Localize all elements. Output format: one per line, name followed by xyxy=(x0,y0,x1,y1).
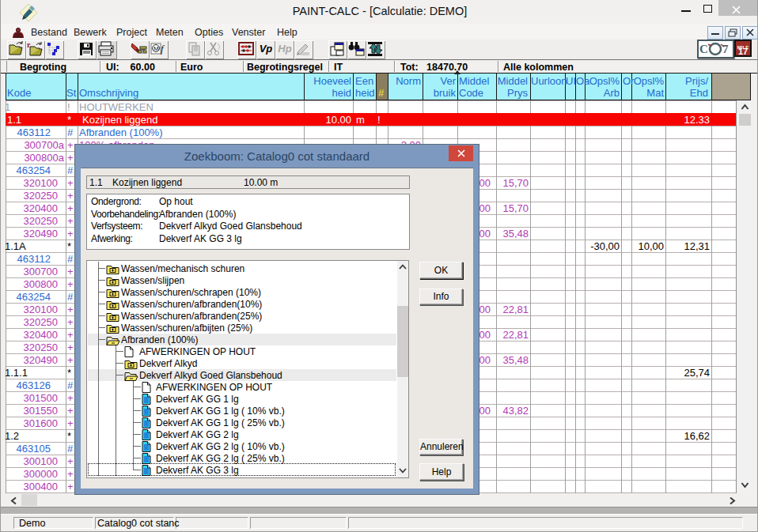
svg-text:f: f xyxy=(161,43,165,55)
svg-text:C: C xyxy=(699,43,708,55)
svg-text:7: 7 xyxy=(722,43,729,55)
svg-text:M: M xyxy=(153,45,159,52)
